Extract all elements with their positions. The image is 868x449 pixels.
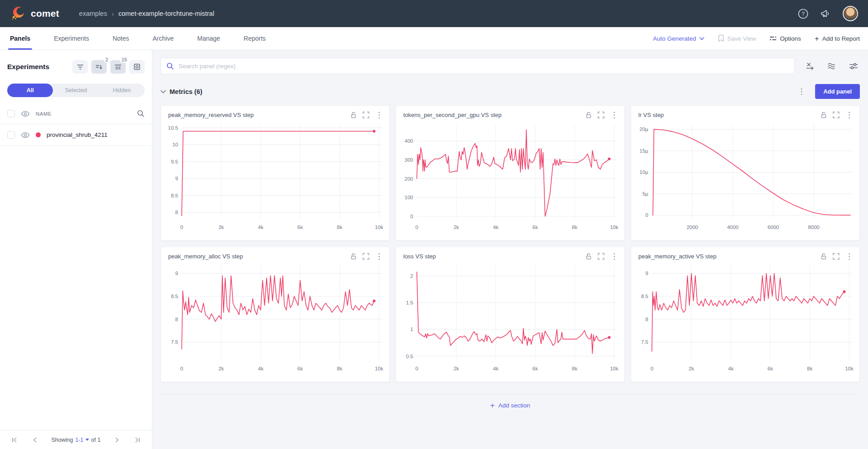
breadcrumb: examples › comet-example-torchtune-mistr…	[79, 10, 214, 18]
add-to-report-label: Add to Report	[822, 35, 860, 42]
line-chart[interactable]: 88.599.51010.502k4k6k8k10k	[161, 120, 389, 233]
line-chart[interactable]: 0.511.5202k4k6k8k10k	[396, 261, 624, 374]
visibility-eye-icon[interactable]	[21, 111, 30, 117]
chart-settings-sliders-icon[interactable]	[849, 62, 858, 70]
smoothing-icon[interactable]	[827, 62, 836, 70]
search-input[interactable]	[179, 63, 789, 70]
visibility-eye-icon[interactable]	[21, 132, 30, 138]
sort-button[interactable]: 2	[91, 60, 107, 74]
svg-text:8k: 8k	[337, 224, 342, 230]
options-button[interactable]: Options	[769, 35, 801, 42]
first-page-icon[interactable]	[12, 437, 19, 443]
line-chart[interactable]: 010020030040002k4k6k8k10k	[396, 120, 624, 233]
view-selector-label: Auto Generated	[653, 35, 696, 42]
section-collapse-chevron-icon[interactable]	[160, 90, 166, 94]
lock-icon[interactable]	[821, 253, 827, 260]
tab-experiments[interactable]: Experiments	[52, 27, 91, 50]
select-all-checkbox[interactable]	[7, 110, 15, 117]
svg-text:6k: 6k	[768, 366, 773, 371]
prev-page-icon[interactable]	[33, 437, 37, 443]
svg-text:8: 8	[175, 317, 178, 322]
fullscreen-icon[interactable]	[833, 112, 840, 118]
line-chart[interactable]: 7.588.5902k4k6k8k10k	[161, 261, 389, 374]
name-column-header[interactable]: NAME	[36, 111, 52, 117]
fullscreen-icon[interactable]	[833, 253, 840, 260]
svg-text:9.5: 9.5	[171, 159, 178, 164]
breadcrumb-project[interactable]: comet-example-torchtune-mistral	[118, 10, 214, 17]
panel-menu-kebab-icon[interactable]: ⋮	[845, 111, 853, 119]
svg-text:4000: 4000	[727, 224, 739, 230]
panel-menu-kebab-icon[interactable]: ⋮	[375, 253, 383, 260]
columns-button[interactable]: 15	[110, 60, 126, 74]
svg-text:0: 0	[180, 366, 183, 371]
svg-text:0.5: 0.5	[406, 354, 413, 359]
lock-icon[interactable]	[350, 112, 357, 118]
section-menu-kebab-icon[interactable]: ⋮	[797, 88, 805, 95]
lock-icon[interactable]	[585, 112, 592, 118]
group-button[interactable]	[129, 60, 145, 74]
filter-tab-hidden[interactable]: Hidden	[99, 84, 145, 97]
add-panel-button[interactable]: Add panel	[815, 84, 860, 99]
add-section-button[interactable]: + Add section	[490, 402, 530, 409]
bookmark-icon	[718, 35, 724, 42]
fullscreen-icon[interactable]	[363, 112, 369, 118]
comet-logo[interactable]: comet	[10, 5, 59, 22]
line-chart[interactable]: 7.588.5902k4k6k8k10k	[631, 261, 859, 374]
panel-title: peak_memory_reserved VS step	[168, 112, 350, 118]
announcements-icon[interactable]	[820, 9, 831, 19]
last-page-icon[interactable]	[133, 437, 140, 443]
svg-text:4k: 4k	[493, 224, 499, 230]
breadcrumb-workspace[interactable]: examples	[79, 10, 107, 17]
nav-tabs: Panels Experiments Notes Archive Manage …	[8, 27, 288, 50]
filter-tab-selected[interactable]: Selected	[53, 84, 99, 97]
save-view-button[interactable]: Save View	[718, 35, 756, 42]
experiment-checkbox[interactable]	[7, 131, 15, 139]
svg-text:400: 400	[405, 138, 413, 144]
lock-icon[interactable]	[350, 253, 357, 260]
view-selector-dropdown[interactable]: Auto Generated	[653, 35, 704, 42]
help-icon[interactable]: ?	[798, 9, 808, 19]
sort-badge: 2	[104, 56, 110, 63]
svg-text:6000: 6000	[768, 224, 779, 230]
tab-manage[interactable]: Manage	[195, 27, 222, 50]
next-page-icon[interactable]	[115, 437, 119, 443]
svg-text:10k: 10k	[845, 366, 854, 371]
tab-archive[interactable]: Archive	[151, 27, 176, 50]
panel-menu-kebab-icon[interactable]: ⋮	[610, 253, 618, 260]
filter-icon	[77, 64, 84, 70]
search-icon[interactable]	[137, 110, 145, 117]
filter-tab-all[interactable]: All	[7, 84, 53, 97]
section-title[interactable]: Metrics (6)	[170, 88, 203, 95]
lock-icon[interactable]	[585, 253, 592, 260]
fullscreen-icon[interactable]	[598, 112, 604, 118]
experiment-row[interactable]: provincial_shrub_4211	[0, 124, 152, 146]
save-view-label: Save View	[727, 35, 756, 42]
filter-button[interactable]	[72, 60, 88, 74]
fullscreen-icon[interactable]	[598, 253, 604, 260]
panels-main: Metrics (6) ⋮ Add panel peak_memory_rese…	[152, 50, 868, 449]
line-chart[interactable]: 05µ10µ15µ20µ2000400060008000	[631, 120, 859, 233]
svg-text:2k: 2k	[453, 366, 459, 371]
search-icon	[166, 62, 174, 70]
panel-menu-kebab-icon[interactable]: ⋮	[845, 253, 853, 260]
add-to-report-button[interactable]: + Add to Report	[815, 35, 860, 42]
panel-menu-kebab-icon[interactable]: ⋮	[610, 111, 618, 119]
lock-icon[interactable]	[821, 112, 827, 118]
svg-text:0: 0	[180, 224, 183, 230]
fullscreen-icon[interactable]	[363, 253, 369, 260]
panel-search-box[interactable]	[160, 58, 795, 74]
tab-notes[interactable]: Notes	[111, 27, 131, 50]
x-axis-settings-icon[interactable]	[806, 62, 815, 70]
user-avatar[interactable]	[843, 6, 858, 21]
pagination-range-dropdown[interactable]: 1-1	[75, 437, 89, 443]
experiment-name[interactable]: provincial_shrub_4211	[47, 131, 108, 138]
panels-grid: peak_memory_reserved VS step ⋮ 88.599.51…	[160, 105, 860, 382]
panel-menu-kebab-icon[interactable]: ⋮	[375, 111, 383, 119]
metric-panel: tokens_per_second_per_gpu VS step ⋮ 0100…	[396, 105, 625, 241]
comet-flame-icon	[10, 5, 26, 22]
svg-text:2k: 2k	[218, 224, 224, 230]
tab-panels[interactable]: Panels	[8, 27, 32, 50]
panel-title: peak_memory_alloc VS step	[168, 253, 350, 260]
tab-reports[interactable]: Reports	[242, 27, 268, 50]
logo-text: comet	[31, 8, 59, 19]
